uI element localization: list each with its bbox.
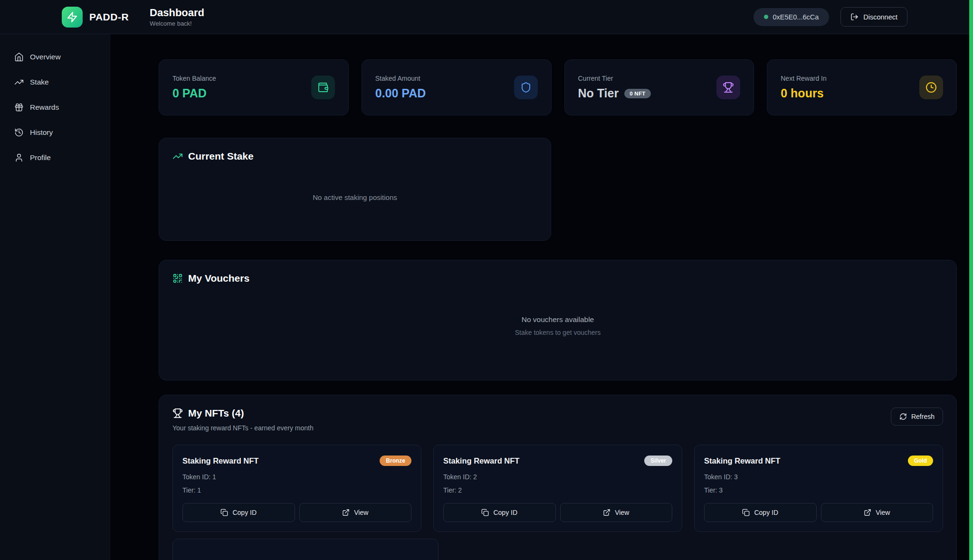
nft-card: Staking Reward NFT Bronze Token ID: 1 Ti… [172,445,421,532]
user-icon [14,153,24,162]
copy-id-label: Copy ID [493,509,517,516]
clock-icon [919,76,943,99]
page-subtitle: Welcome back! [150,20,204,27]
nft-tier: Tier: 3 [704,486,933,494]
wallet-address: 0xE5E0...6cCa [773,13,819,21]
scrollbar-thumb[interactable] [969,0,973,560]
sidebar-item-label: History [30,128,53,137]
nft-title: Staking Reward NFT [182,456,258,465]
sidebar-item-label: Profile [30,153,51,162]
page-heading: Dashboard Welcome back! [150,7,204,27]
connection-status-dot [764,15,768,19]
nfts-subtitle: Your staking reward NFTs - earned every … [172,424,314,432]
nft-tier-badge: Bronze [380,456,411,466]
nft-card: Staking Reward NFT Silver Token ID: 2 Ti… [433,445,682,532]
gift-icon [14,103,24,112]
logout-icon [850,13,859,21]
stat-label: Current Tier [578,75,651,82]
nft-card-partial [172,539,439,560]
wallet-icon [311,76,335,99]
trophy-icon [716,76,740,99]
stat-card-next-reward: Next Reward In 0 hours [767,59,957,115]
external-link-icon [342,509,350,516]
copy-id-button[interactable]: Copy ID [443,503,556,522]
sidebar: Overview Stake Rewards History Profile [0,34,110,560]
copy-icon [220,509,228,516]
nft-title: Staking Reward NFT [704,456,780,465]
view-button[interactable]: View [560,503,673,522]
vouchers-title: My Vouchers [188,273,249,284]
stat-card-current-tier: Current Tier No Tier 0 NFT [564,59,754,115]
nft-token-id: Token ID: 1 [182,473,411,481]
nft-tier: Tier: 1 [182,486,411,494]
sidebar-item-history[interactable]: History [8,122,102,143]
stat-card-token-balance: Token Balance 0 PAD [159,59,349,115]
disconnect-button[interactable]: Disconnect [840,7,907,27]
history-icon [14,128,24,137]
copy-id-button[interactable]: Copy ID [182,503,295,522]
nft-title: Staking Reward NFT [443,456,519,465]
main-content: Token Balance 0 PAD Staked Amount 0.00 P… [110,34,973,560]
sidebar-item-stake[interactable]: Stake [8,72,102,93]
nft-tier: Tier: 2 [443,486,672,494]
nft-card: Staking Reward NFT Gold Token ID: 3 Tier… [694,445,943,532]
sidebar-item-label: Rewards [30,103,59,112]
app-header: PADD-R Dashboard Welcome back! 0xE5E0...… [0,0,973,34]
nft-token-id: Token ID: 2 [443,473,672,481]
copy-icon [742,509,750,516]
view-label: View [354,509,368,516]
nfts-panel: My NFTs (4) Your staking reward NFTs - e… [159,395,957,560]
nft-tier-badge: Gold [908,456,933,466]
refresh-button[interactable]: Refresh [891,408,943,426]
vouchers-empty-title: No vouchers available [522,315,594,324]
external-link-icon [603,509,611,516]
stat-label: Token Balance [172,75,216,82]
sidebar-item-label: Overview [30,53,61,61]
copy-id-label: Copy ID [232,509,257,516]
nft-count-badge: 0 NFT [624,89,650,98]
refresh-icon [899,413,907,420]
view-label: View [615,509,629,516]
vouchers-panel: My Vouchers No vouchers available Stake … [159,260,957,380]
sidebar-item-label: Stake [30,78,49,86]
stat-value: 0 hours [781,86,826,100]
current-stake-title: Current Stake [188,151,254,162]
view-label: View [876,509,890,516]
shield-icon [514,76,538,99]
sidebar-item-overview[interactable]: Overview [8,47,102,67]
copy-id-button[interactable]: Copy ID [704,503,817,522]
stat-card-staked-amount: Staked Amount 0.00 PAD [362,59,552,115]
refresh-label: Refresh [911,413,935,420]
external-link-icon [864,509,871,516]
view-button[interactable]: View [299,503,412,522]
page-title: Dashboard [150,7,204,19]
wallet-address-pill[interactable]: 0xE5E0...6cCa [754,8,830,26]
sidebar-item-rewards[interactable]: Rewards [8,97,102,118]
stake-empty-message: No active staking positions [172,162,537,228]
bolt-logo-icon [62,7,83,28]
vouchers-empty-subtitle: Stake tokens to get vouchers [515,329,601,336]
stat-value: No Tier [578,86,619,100]
stat-value: 0.00 PAD [375,86,426,100]
qr-code-icon [172,273,183,284]
nft-tier-badge: Silver [644,456,672,466]
trending-up-icon [14,77,24,87]
copy-id-label: Copy ID [754,509,778,516]
disconnect-label: Disconnect [863,13,897,21]
brand-name: PADD-R [89,11,129,23]
current-stake-panel: Current Stake No active staking position… [159,138,551,241]
nfts-title: My NFTs (4) [188,408,244,419]
sidebar-item-profile[interactable]: Profile [8,147,102,168]
stat-label: Next Reward In [781,75,826,82]
stat-label: Staked Amount [375,75,426,82]
view-button[interactable]: View [821,503,934,522]
home-icon [14,52,24,62]
trophy-icon [172,408,183,418]
trending-up-icon [172,151,183,161]
brand[interactable]: PADD-R [62,7,129,28]
stat-value: 0 PAD [172,86,216,100]
nft-token-id: Token ID: 3 [704,473,933,481]
copy-icon [481,509,489,516]
